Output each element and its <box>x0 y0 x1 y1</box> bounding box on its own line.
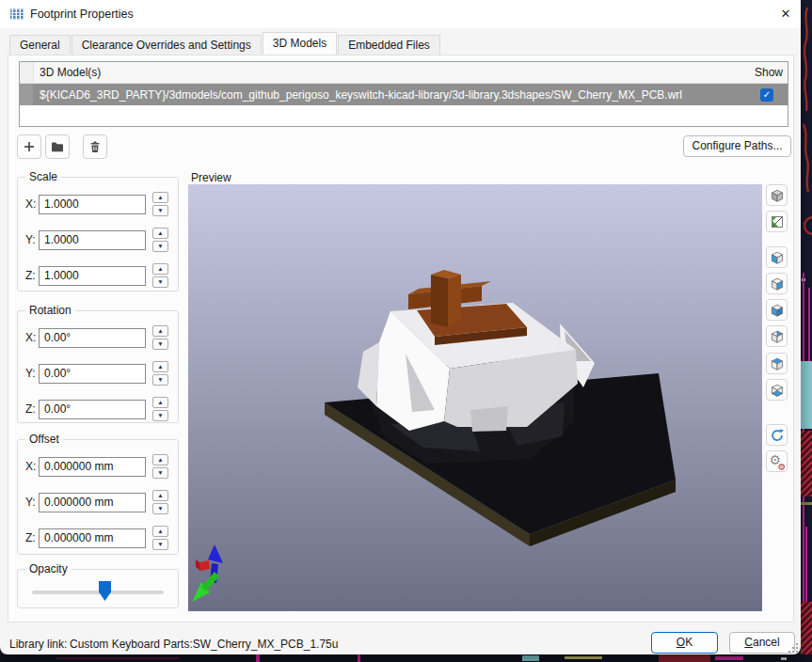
pcb-canvas-bottom-strip <box>0 654 812 662</box>
tab-general[interactable]: General <box>9 35 71 55</box>
offset-x-input[interactable] <box>39 457 146 477</box>
scale-y-spin-up[interactable]: ▲ <box>152 228 168 239</box>
column-header-show: Show <box>746 66 788 79</box>
offset-z-spin-down[interactable]: ▼ <box>152 539 168 550</box>
view-right-button[interactable] <box>766 273 788 294</box>
preview-3d-viewport[interactable]: SW22 <box>188 184 762 611</box>
gears-icon: ⚙ ⚙ <box>770 454 785 469</box>
opacity-slider-track[interactable] <box>32 591 164 594</box>
rotation-x-input[interactable] <box>39 328 146 348</box>
view-back-button[interactable] <box>766 325 788 347</box>
titlebar[interactable]: Footprint Properties ✕ <box>0 0 801 28</box>
view-bottom-cube-icon <box>770 383 785 398</box>
view-front-button[interactable] <box>766 299 788 321</box>
offset-x-spin-up[interactable]: ▲ <box>152 454 168 465</box>
scale-x-input[interactable] <box>39 195 146 214</box>
tab-3d-models[interactable]: 3D Models <box>263 32 337 55</box>
rotation-z-input[interactable] <box>39 400 146 419</box>
view-back-cube-icon <box>770 329 785 344</box>
scale-z-spin-down[interactable]: ▼ <box>152 276 168 288</box>
plus-icon <box>22 139 37 154</box>
add-model-button[interactable] <box>17 134 41 159</box>
view-top-button[interactable] <box>766 353 788 374</box>
rotation-y-spin-up[interactable]: ▲ <box>152 361 168 372</box>
scale-z-spin-up[interactable]: ▲ <box>152 263 168 275</box>
configure-paths-button[interactable]: Configure Paths... <box>683 135 791 157</box>
orthographic-view-button[interactable] <box>766 184 788 206</box>
tab-embedded-files[interactable]: Embedded Files <box>338 35 440 55</box>
folder-icon <box>50 139 65 154</box>
tab-bar: General Clearance Overrides and Settings… <box>9 35 441 55</box>
view-bottom-button[interactable] <box>766 379 788 401</box>
scale-y-spin-down[interactable]: ▼ <box>152 241 168 252</box>
switch-3d-model <box>358 270 595 464</box>
window-title: Footprint Properties <box>30 8 134 21</box>
scale-y-label: Y: <box>25 233 39 246</box>
ok-button[interactable]: OK <box>651 632 718 654</box>
model-table-row[interactable]: ${KICAD6_3RD_PARTY}/3dmodels/com_github_… <box>20 84 788 105</box>
view-left-button[interactable] <box>766 246 788 268</box>
offset-y-spin-down[interactable]: ▼ <box>152 503 168 514</box>
rotation-y-label: Y: <box>25 367 39 380</box>
browse-model-button[interactable] <box>45 134 70 159</box>
scale-y-input[interactable] <box>39 230 146 250</box>
offset-z-input[interactable] <box>39 528 146 548</box>
cancel-button[interactable]: Cancel <box>729 632 795 654</box>
scale-x-label: X: <box>25 197 39 211</box>
reload-model-button[interactable] <box>766 424 788 446</box>
preview-3d-scene: SW22 <box>188 184 762 611</box>
axis-indicator <box>192 544 223 602</box>
offset-y-input[interactable] <box>39 493 146 512</box>
pcb-editor-screen: Footprint Properties ✕ General Clearance… <box>0 0 812 662</box>
orthographic-cube-icon <box>770 188 785 203</box>
scale-z-label: Z: <box>25 269 39 282</box>
rotation-x-label: X: <box>25 331 39 344</box>
rotation-y-input[interactable] <box>39 364 146 384</box>
view-top-cube-icon <box>770 356 785 371</box>
scale-x-spin-up[interactable]: ▲ <box>152 192 168 203</box>
rotation-x-spin-up[interactable]: ▲ <box>152 325 168 337</box>
scale-z-input[interactable] <box>39 266 146 286</box>
view-left-cube-icon <box>770 250 785 265</box>
library-link-label: Library link: <box>9 638 67 651</box>
delete-model-button[interactable] <box>83 134 107 159</box>
rotation-z-spin-up[interactable]: ▲ <box>152 397 168 408</box>
refresh-icon <box>770 428 785 443</box>
library-link-value: Custom Keyboard Parts:SW_Cherry_MX_PCB_1… <box>70 638 338 651</box>
view-front-cube-icon <box>770 303 785 318</box>
scale-x-spin-down[interactable]: ▼ <box>152 205 168 216</box>
preview-settings-button[interactable]: ⚙ ⚙ <box>766 450 788 472</box>
trash-icon <box>88 139 103 154</box>
row-selector-corner <box>20 62 34 83</box>
rotation-group: Rotation X: ▲▼ Y: ▲▼ Z: ▲▼ <box>17 310 179 423</box>
material-mode-icon <box>770 214 785 229</box>
show-checkbox[interactable]: ✓ <box>760 88 773 102</box>
offset-z-label: Z: <box>25 531 39 544</box>
material-render-mode-button[interactable] <box>766 211 788 232</box>
offset-x-spin-down[interactable]: ▼ <box>152 467 168 479</box>
rotation-x-spin-down[interactable]: ▼ <box>152 339 168 350</box>
scale-group: Scale X: ▲▼ Y: ▲▼ Z: ▲▼ <box>17 177 179 292</box>
scale-group-title: Scale <box>25 170 61 183</box>
opacity-group-title: Opacity <box>25 562 72 575</box>
resize-grip[interactable] <box>787 641 799 654</box>
pcb-canvas-right-strip <box>801 0 812 662</box>
rotation-z-spin-down[interactable]: ▼ <box>152 410 168 421</box>
offset-y-spin-up[interactable]: ▲ <box>152 490 168 501</box>
offset-z-spin-up[interactable]: ▲ <box>152 526 168 537</box>
preview-label: Preview <box>191 171 231 184</box>
opacity-slider-handle[interactable] <box>99 581 111 601</box>
rotation-group-title: Rotation <box>25 304 75 317</box>
show-cell: ✓ <box>746 88 788 102</box>
offset-x-label: X: <box>25 460 39 473</box>
view-right-cube-icon <box>770 276 785 292</box>
rotation-y-spin-down[interactable]: ▼ <box>152 374 168 386</box>
row-selector[interactable] <box>20 84 34 105</box>
model-table: 3D Model(s) Show ${KICAD6_3RD_PARTY}/3dm… <box>19 61 788 127</box>
tab-clearance-overrides[interactable]: Clearance Overrides and Settings <box>72 35 262 55</box>
model-path-cell[interactable]: ${KICAD6_3RD_PARTY}/3dmodels/com_github_… <box>34 88 746 102</box>
close-button[interactable]: ✕ <box>773 3 798 25</box>
column-header-model: 3D Model(s) <box>34 66 746 79</box>
offset-group: Offset X: ▲▼ Y: ▲▼ Z: ▲▼ <box>17 439 179 555</box>
rotation-z-label: Z: <box>25 402 39 416</box>
